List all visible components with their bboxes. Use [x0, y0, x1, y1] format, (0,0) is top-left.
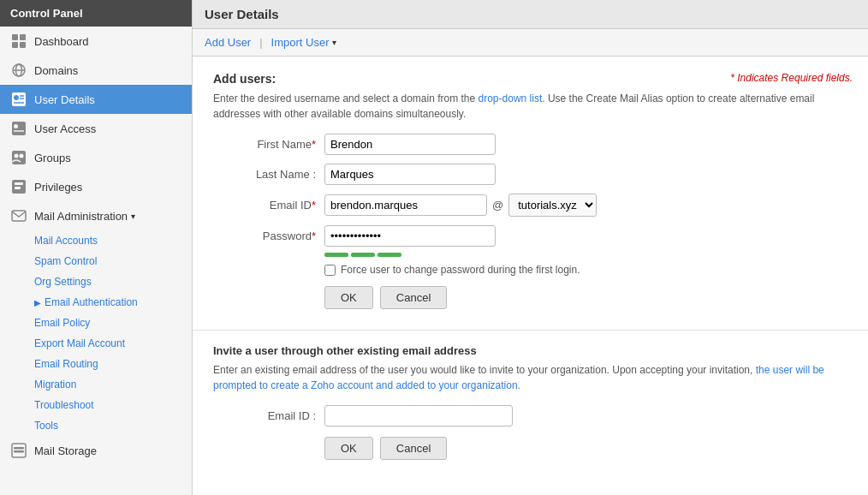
sidebar-item-domains[interactable]: Domains: [0, 56, 192, 85]
sidebar-subitem-mail-accounts[interactable]: Mail Accounts: [0, 230, 192, 251]
email-id-required: *: [312, 199, 316, 212]
domains-icon: [10, 62, 27, 79]
strength-bar: [324, 253, 401, 257]
invite-title: Invite a user through other existing ema…: [213, 344, 847, 357]
svg-rect-21: [12, 211, 26, 221]
sidebar-item-label: Dashboard: [34, 35, 89, 48]
sidebar-item-user-access[interactable]: User Access: [0, 114, 192, 143]
privileges-icon: [10, 178, 27, 195]
add-users-ok-button[interactable]: OK: [324, 286, 373, 309]
svg-rect-13: [14, 124, 18, 128]
import-user-link[interactable]: Import User: [271, 36, 330, 49]
sidebar-subitem-tools[interactable]: Tools: [0, 415, 192, 436]
password-input[interactable]: [324, 225, 496, 247]
email-input[interactable]: [324, 194, 487, 216]
email-id-row: Email ID* @ tutorials.xyz: [213, 194, 847, 217]
svg-rect-23: [14, 447, 24, 450]
sidebar-subitem-email-authentication[interactable]: ▶ Email Authentication: [0, 292, 192, 313]
sidebar-item-label: Groups: [34, 152, 71, 164]
sidebar-item-user-details[interactable]: User Details: [0, 85, 192, 114]
force-change-password-row: Force user to change password during the…: [324, 264, 847, 276]
sidebar-item-label: Mail Storage: [34, 444, 97, 457]
toolbar: Add User | Import User ▾: [193, 29, 868, 57]
sidebar-subitem-export-mail-account[interactable]: Export Mail Account: [0, 333, 192, 354]
sidebar-item-label: Privileges: [34, 181, 82, 194]
add-user-link[interactable]: Add User: [205, 36, 251, 49]
main-content: User Details Add User | Import User ▾ * …: [193, 0, 868, 495]
svg-rect-19: [15, 182, 23, 185]
invite-cancel-button[interactable]: Cancel: [380, 437, 447, 460]
add-users-btn-row: OK Cancel: [324, 286, 847, 309]
svg-rect-15: [12, 151, 26, 164]
add-users-description: Enter the desired username and select a …: [213, 91, 847, 122]
sidebar-subitem-org-settings[interactable]: Org Settings: [0, 271, 192, 292]
content-inner: * Indicates Required fields. Add users: …: [193, 57, 868, 480]
svg-point-17: [20, 154, 24, 158]
invite-email-input[interactable]: [324, 405, 513, 426]
dashboard-icon: [10, 33, 27, 50]
user-details-icon: [10, 91, 27, 108]
sidebar-item-dashboard[interactable]: Dashboard: [0, 27, 192, 56]
last-name-input[interactable]: [324, 164, 496, 185]
sidebar-item-label: Domains: [34, 64, 78, 77]
invite-section: Invite a user through other existing ema…: [193, 331, 868, 480]
first-name-label: First Name*: [213, 138, 324, 151]
invite-ok-button[interactable]: OK: [324, 437, 373, 460]
password-row: Password*: [213, 225, 847, 247]
dropdown-caret-icon: ▾: [332, 38, 336, 47]
at-sign: @: [492, 199, 503, 212]
svg-rect-2: [12, 42, 18, 48]
password-required: *: [312, 230, 316, 242]
sidebar-item-mail-admin[interactable]: Mail Administration ▾: [0, 201, 192, 230]
svg-rect-20: [15, 187, 21, 189]
sidebar-subitem-email-policy[interactable]: Email Policy: [0, 313, 192, 333]
last-name-label: Last Name :: [213, 168, 324, 181]
mail-storage-icon: [10, 442, 27, 459]
sidebar-subitem-email-routing[interactable]: Email Routing: [0, 354, 192, 374]
sidebar-subitem-troubleshoot[interactable]: Troubleshoot: [0, 395, 192, 415]
domain-select[interactable]: tutorials.xyz: [508, 194, 597, 217]
add-users-cancel-button[interactable]: Cancel: [380, 286, 447, 309]
email-row: @ tutorials.xyz: [324, 194, 597, 217]
force-change-password-label: Force user to change password during the…: [341, 264, 580, 276]
required-note: * Indicates Required fields.: [730, 72, 853, 84]
password-container: [324, 225, 496, 247]
sidebar-header: Control Panel: [0, 0, 192, 27]
sidebar-item-label: Mail Administration: [34, 210, 128, 223]
svg-rect-1: [20, 34, 26, 40]
svg-rect-7: [12, 92, 26, 106]
email-id-label: Email ID*: [213, 199, 324, 212]
add-users-section: * Indicates Required fields. Add users: …: [193, 57, 868, 331]
password-label: Password*: [213, 230, 324, 242]
invite-email-row: Email ID :: [213, 405, 847, 426]
sidebar-subitem-migration[interactable]: Migration: [0, 374, 192, 395]
strength-segment-2: [351, 253, 375, 257]
svg-rect-3: [20, 42, 26, 48]
content-area: * Indicates Required fields. Add users: …: [193, 57, 868, 495]
sidebar-item-groups[interactable]: Groups: [0, 143, 192, 172]
strength-segment-3: [378, 253, 401, 257]
sidebar-scroll: Dashboard Domains User Details: [0, 27, 192, 495]
last-name-row: Last Name :: [213, 164, 847, 185]
invite-email-label: Email ID :: [213, 409, 324, 422]
first-name-input[interactable]: [324, 134, 496, 155]
arrow-right-icon: ▶: [34, 298, 41, 307]
invite-desc: Enter an existing email address of the u…: [213, 362, 847, 393]
first-name-required: *: [312, 138, 316, 151]
groups-icon: [10, 149, 27, 166]
sidebar: Control Panel Dashboard Domains: [0, 0, 193, 495]
page-title: User Details: [205, 7, 279, 21]
sidebar-item-privileges[interactable]: Privileges: [0, 172, 192, 201]
sidebar-item-mail-storage[interactable]: Mail Storage: [0, 436, 192, 465]
sidebar-item-label: User Details: [34, 93, 95, 106]
add-users-form: First Name* Last Name :: [213, 134, 847, 247]
strength-segment-1: [324, 253, 348, 257]
import-user-dropdown[interactable]: Import User ▾: [271, 36, 336, 49]
force-change-password-checkbox[interactable]: [324, 265, 336, 276]
sidebar-subitem-spam-control[interactable]: Spam Control: [0, 251, 192, 271]
user-access-icon: [10, 120, 27, 137]
svg-rect-8: [14, 95, 19, 100]
invite-btn-row: OK Cancel: [324, 437, 847, 460]
svg-rect-12: [12, 122, 26, 135]
sidebar-item-label: User Access: [34, 122, 96, 135]
